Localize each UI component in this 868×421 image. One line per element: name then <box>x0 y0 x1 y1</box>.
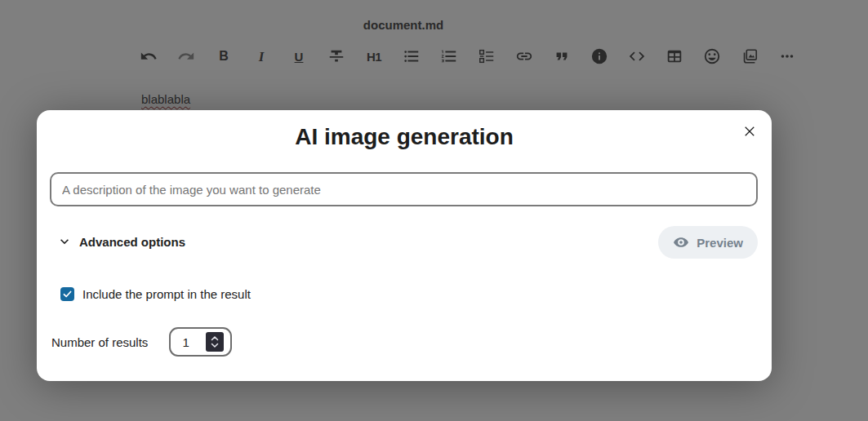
chevron-down-icon <box>56 233 73 250</box>
stepper-arrows-icon <box>211 335 219 348</box>
number-of-results-row: Number of results 1 <box>51 327 232 357</box>
checkmark-icon <box>62 289 73 299</box>
close-icon <box>742 124 757 139</box>
image-description-input[interactable] <box>50 172 758 206</box>
eye-icon <box>673 234 689 250</box>
number-stepper[interactable] <box>206 332 224 352</box>
close-dialog-button[interactable] <box>736 117 763 145</box>
preview-button[interactable]: Preview <box>658 226 758 259</box>
include-prompt-checkbox[interactable] <box>60 287 74 301</box>
ai-image-generation-dialog: AI image generation Advanced options Pre… <box>37 110 772 381</box>
dialog-title: AI image generation <box>37 124 772 150</box>
advanced-options-toggle[interactable]: Advanced options <box>56 228 185 255</box>
preview-label: Preview <box>697 236 743 250</box>
advanced-options-label: Advanced options <box>79 235 185 249</box>
include-prompt-row: Include the prompt in the result <box>60 287 251 301</box>
app-window: document.md B I U H1 blablabla AI image … <box>0 0 868 421</box>
number-of-results-input[interactable]: 1 <box>169 327 232 357</box>
include-prompt-label[interactable]: Include the prompt in the result <box>82 287 251 301</box>
number-of-results-label: Number of results <box>51 335 148 349</box>
number-of-results-value: 1 <box>182 335 189 349</box>
